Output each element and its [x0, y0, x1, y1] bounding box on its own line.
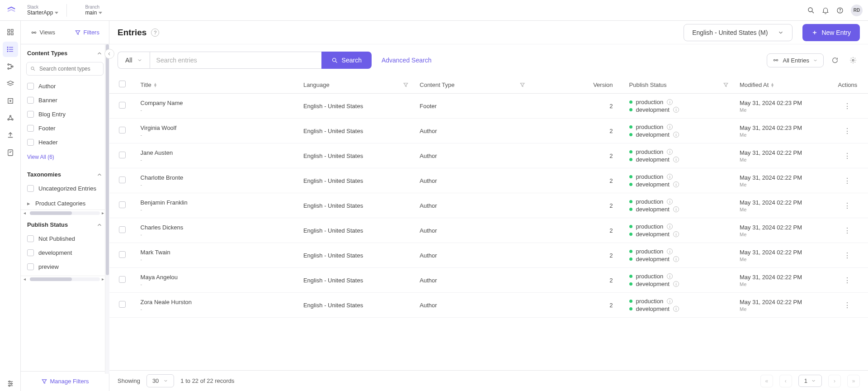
rail-content-types[interactable] — [3, 59, 18, 74]
info-icon[interactable]: i — [673, 281, 679, 287]
col-language[interactable]: Language — [298, 76, 414, 94]
rail-settings[interactable] — [3, 376, 18, 391]
hscroll[interactable]: ◂▸ — [21, 210, 109, 216]
search-scope-selector[interactable]: All — [118, 52, 150, 69]
row-actions-menu[interactable]: ⋮ — [844, 227, 851, 234]
page-size-selector[interactable]: 30 — [146, 374, 174, 387]
rail-entries[interactable] — [3, 42, 18, 57]
pager-last[interactable]: » — [847, 375, 860, 387]
row-checkbox[interactable] — [119, 276, 126, 283]
advanced-search-link[interactable]: Advanced Search — [382, 57, 432, 64]
row-actions-menu[interactable]: ⋮ — [844, 177, 851, 185]
row-actions-menu[interactable]: ⋮ — [844, 152, 851, 160]
table-row[interactable]: Charles Dickens-English - United StatesA… — [109, 218, 868, 243]
info-icon[interactable]: i — [667, 298, 673, 304]
new-entry-button[interactable]: New Entry — [802, 24, 860, 41]
sidebar-scrollbar[interactable] — [105, 44, 109, 374]
content-type-item[interactable]: Header — [27, 135, 103, 149]
taxonomy-uncategorized[interactable]: Uncategorized Entries — [27, 181, 103, 196]
content-type-item[interactable]: Footer — [27, 121, 103, 135]
checkbox[interactable] — [27, 111, 34, 118]
search-input[interactable] — [150, 52, 321, 69]
content-type-item[interactable]: Banner — [27, 93, 103, 107]
checkbox[interactable] — [27, 185, 34, 192]
info-icon[interactable]: i — [673, 107, 679, 113]
table-row[interactable]: Charlotte Bronte-English - United States… — [109, 168, 868, 193]
all-entries-view-chip[interactable]: All Entries — [767, 53, 824, 67]
rail-tasks[interactable] — [3, 145, 18, 160]
pager-next[interactable]: › — [828, 375, 841, 387]
col-title[interactable]: Title▴▾ — [135, 76, 298, 94]
info-icon[interactable]: i — [667, 224, 673, 229]
row-checkbox[interactable] — [119, 152, 126, 158]
checkbox[interactable] — [27, 83, 34, 90]
row-checkbox[interactable] — [119, 251, 126, 258]
hscroll[interactable]: ◂▸ — [21, 276, 109, 282]
filter-icon[interactable] — [519, 82, 525, 88]
row-actions-menu[interactable]: ⋮ — [844, 127, 851, 135]
row-actions-menu[interactable]: ⋮ — [844, 301, 851, 309]
column-settings-button[interactable] — [846, 53, 860, 67]
info-icon[interactable]: i — [667, 149, 673, 155]
checkbox[interactable] — [27, 263, 34, 270]
checkbox[interactable] — [27, 235, 34, 242]
info-icon[interactable]: i — [673, 306, 679, 312]
locale-selector[interactable]: English - United States (M) — [684, 24, 793, 41]
checkbox[interactable] — [27, 97, 34, 104]
col-version[interactable]: Version — [531, 76, 624, 94]
rail-upload[interactable] — [3, 128, 18, 143]
col-publish-status[interactable]: Publish Status — [624, 76, 734, 94]
info-icon[interactable]: i — [673, 157, 679, 162]
checkbox[interactable] — [27, 249, 34, 256]
help-icon[interactable]: ? — [151, 29, 159, 37]
sidebar-tab-filters[interactable]: Filters — [65, 21, 109, 44]
collapse-sidebar-button[interactable] — [104, 49, 114, 59]
table-row[interactable]: Maya Angelou-English - United StatesAuth… — [109, 268, 868, 293]
publish-status-item[interactable]: development — [27, 246, 103, 260]
info-icon[interactable]: i — [667, 124, 673, 130]
refresh-button[interactable] — [828, 53, 842, 67]
info-icon[interactable]: i — [667, 199, 673, 205]
info-icon[interactable]: i — [673, 231, 679, 237]
table-row[interactable]: Zora Neale Hurston-English - United Stat… — [109, 293, 868, 318]
filter-icon[interactable] — [403, 82, 409, 88]
brand-logo[interactable] — [5, 5, 17, 16]
info-icon[interactable]: i — [667, 174, 673, 180]
checkbox[interactable] — [27, 139, 34, 146]
table-row[interactable]: Company Name-English - United StatesFoot… — [109, 94, 868, 119]
table-row[interactable]: Virginia Woolf-English - United StatesAu… — [109, 119, 868, 143]
row-checkbox[interactable] — [119, 102, 126, 109]
col-modified-at[interactable]: Modified At▴▾ — [734, 76, 827, 94]
info-icon[interactable]: i — [673, 206, 679, 212]
row-checkbox[interactable] — [119, 127, 126, 134]
row-checkbox[interactable] — [119, 176, 126, 183]
table-row[interactable]: Benjamin Franklin-English - United State… — [109, 193, 868, 218]
section-content-types[interactable]: Content Types — [21, 44, 109, 60]
taxonomy-product-categories[interactable]: ▸ Product Categories — [21, 197, 109, 210]
pager-first[interactable]: « — [760, 375, 773, 387]
content-type-item[interactable]: Blog Entry — [27, 107, 103, 121]
rail-publish[interactable] — [3, 93, 18, 109]
publish-status-item[interactable]: preview — [27, 260, 103, 274]
search-icon[interactable] — [804, 3, 818, 18]
row-actions-menu[interactable]: ⋮ — [844, 252, 851, 259]
rail-releases[interactable] — [3, 110, 18, 126]
col-content-type[interactable]: Content Type — [414, 76, 530, 94]
checkbox[interactable] — [27, 125, 34, 132]
info-icon[interactable]: i — [667, 248, 673, 254]
row-checkbox[interactable] — [119, 226, 126, 233]
info-icon[interactable]: i — [667, 273, 673, 279]
section-publish-status[interactable]: Publish Status — [21, 216, 109, 232]
rail-dashboard[interactable] — [3, 24, 18, 40]
manage-filters-button[interactable]: Manage Filters — [21, 371, 109, 391]
row-actions-menu[interactable]: ⋮ — [844, 277, 851, 284]
table-row[interactable]: Jane Austen-English - United StatesAutho… — [109, 143, 868, 168]
info-icon[interactable]: i — [673, 132, 679, 138]
info-icon[interactable]: i — [667, 99, 673, 105]
avatar[interactable]: RD — [851, 5, 863, 16]
page-number-selector[interactable]: 1 — [798, 375, 822, 387]
table-row[interactable]: Mark Twain-English - United StatesAuthor… — [109, 243, 868, 268]
section-taxonomies[interactable]: Taxonomies — [21, 166, 109, 181]
row-actions-menu[interactable]: ⋮ — [844, 102, 851, 110]
branch-selector[interactable]: Branch main — [85, 5, 102, 16]
